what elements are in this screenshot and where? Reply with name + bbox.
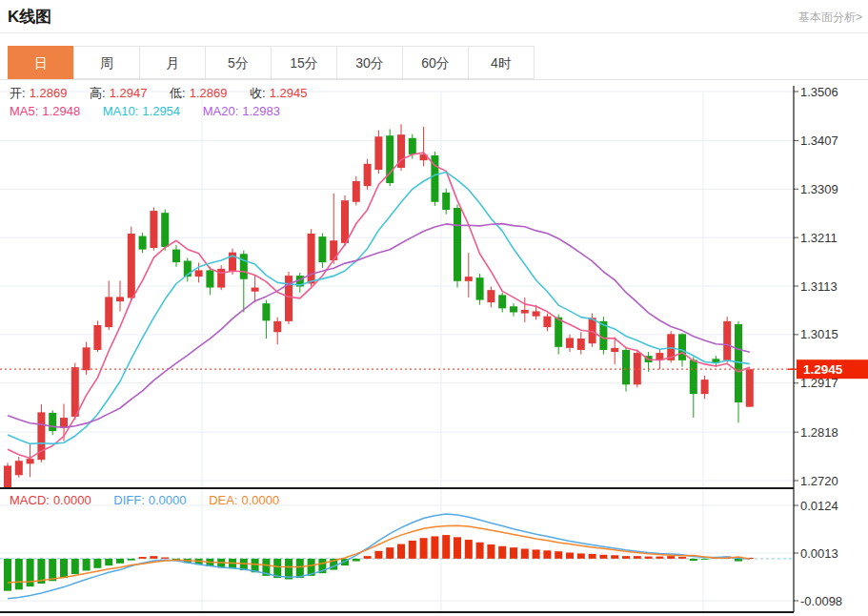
candle-body [262, 303, 270, 320]
high-label: 高: [90, 86, 106, 100]
macd-bar [577, 553, 585, 558]
macd-histogram [4, 535, 754, 591]
main-pane [0, 124, 794, 487]
macd-bar [4, 559, 11, 591]
candle-body [476, 277, 484, 299]
macd-bar [690, 559, 697, 561]
candle-body [454, 208, 461, 281]
macd-bar [487, 544, 495, 559]
candle-body [15, 461, 23, 475]
candle-body [498, 295, 506, 308]
macd-bar [285, 559, 293, 580]
candle-body [60, 418, 68, 427]
candle-body [487, 290, 495, 302]
macd-bar [599, 555, 607, 559]
ma-legend: MA5:1.2948 MA10:1.2954 MA20:1.2983 [10, 104, 284, 118]
ma10-value: 1.2954 [142, 104, 180, 118]
candle-body [690, 359, 697, 394]
diff-label: DIFF: [113, 493, 145, 507]
candle-body [105, 297, 112, 327]
tab-15min[interactable]: 15分 [271, 46, 337, 79]
ohlc-legend: 开:1.2869 高:1.2947 低:1.2869 收:1.2945 [10, 85, 311, 102]
low-label: 低: [170, 86, 186, 100]
candle-body [150, 211, 157, 248]
macd-bar [374, 551, 382, 559]
close-label: 收: [250, 86, 266, 100]
candle-body [622, 350, 630, 384]
candle-body [116, 297, 124, 301]
macd-bar [465, 540, 473, 559]
header-divider [0, 32, 868, 33]
macd-bar [611, 555, 618, 559]
tab-month[interactable]: 月 [139, 46, 206, 79]
close-value: 1.2945 [270, 86, 308, 100]
macd-bar [397, 544, 405, 559]
page-title: K线图 [8, 6, 51, 28]
macd-bar [645, 557, 653, 559]
price-axis-label: 1.3506 [800, 85, 838, 99]
candle-body [172, 250, 180, 262]
candle-body [161, 213, 169, 247]
candle-body [543, 317, 551, 327]
macd-bar [589, 554, 596, 559]
price-axis-label: 1.3407 [800, 133, 838, 148]
candle-body [746, 369, 754, 406]
macd-bar [105, 559, 112, 565]
ma5-value: 1.2948 [42, 104, 80, 118]
candle-body [533, 311, 540, 316]
high-value: 1.2947 [110, 86, 148, 100]
candle-body [442, 193, 450, 210]
current-price-badge: 1.2945 [788, 359, 868, 379]
ma10-label: MA10: [103, 104, 139, 118]
interval-tabbar: 日 周 月 5分 15分 30分 60分 4时 [0, 46, 868, 80]
ma20-value: 1.2983 [242, 104, 280, 118]
candle-body [521, 310, 529, 314]
macd-bar [476, 543, 484, 559]
macd-bar [533, 549, 540, 558]
macd-pane [0, 505, 794, 601]
macd-bar [128, 559, 135, 561]
macd-bar [634, 556, 641, 559]
macd-bar [364, 556, 372, 559]
tab-week[interactable]: 周 [73, 46, 140, 79]
candle-body [318, 236, 326, 262]
macd-bar [60, 559, 68, 578]
open-label: 开: [10, 86, 26, 100]
open-value: 1.2869 [30, 86, 68, 100]
tab-5min[interactable]: 5分 [205, 46, 272, 79]
macd-bar [431, 536, 438, 558]
ma10-line [8, 172, 750, 443]
candle-body [206, 270, 213, 287]
price-axis-label: 1.2720 [800, 474, 838, 488]
ma20-line [8, 224, 750, 428]
fundamental-analysis-link[interactable]: 基本面分析> [798, 10, 862, 26]
macd-bar [150, 556, 157, 559]
macd-bar [71, 559, 79, 574]
macd-bar [667, 556, 675, 559]
macd-bar [161, 558, 169, 559]
candle-body [555, 318, 562, 347]
candle-body [409, 138, 416, 154]
tab-day[interactable]: 日 [8, 46, 74, 79]
macd-axis-label: 0.0124 [800, 499, 838, 513]
macd-bar [296, 559, 304, 578]
dea-value: 0.0000 [242, 493, 280, 507]
macd-bar [93, 559, 101, 568]
current-price-text: 1.2945 [803, 362, 843, 377]
candle-body [577, 339, 585, 350]
kline-chart[interactable]: 1.35061.34071.33091.32111.31131.30151.29… [0, 81, 868, 616]
ma20-label: MA20: [203, 104, 239, 118]
tab-30min[interactable]: 30分 [336, 46, 403, 79]
price-axis-label: 1.3015 [800, 327, 838, 341]
price-axis-label: 1.3211 [800, 231, 838, 245]
macd-bar [701, 559, 709, 560]
price-axis-label: 1.3309 [800, 182, 838, 196]
candle-body [611, 348, 618, 352]
macd-axis-label: -0.0098 [800, 594, 842, 608]
candle-body [341, 200, 349, 243]
macd-bar [454, 537, 461, 559]
tab-60min[interactable]: 60分 [402, 46, 469, 79]
tab-4hour[interactable]: 4时 [468, 46, 535, 79]
macd-bar [386, 547, 394, 559]
candle-body [49, 413, 56, 431]
